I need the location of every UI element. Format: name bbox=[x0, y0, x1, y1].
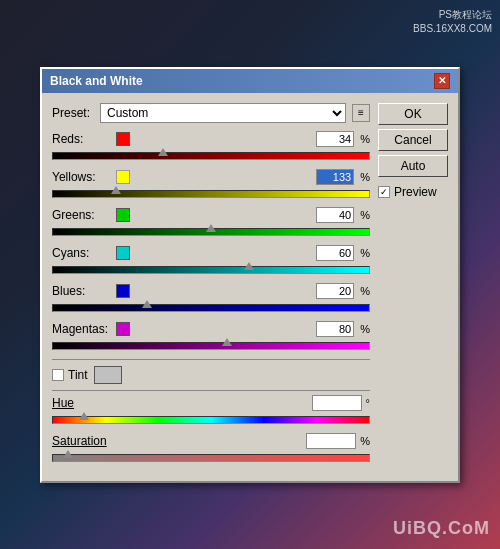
preview-label: Preview bbox=[394, 185, 437, 199]
close-button[interactable]: ✕ bbox=[434, 73, 450, 89]
controls-right: OK Cancel Auto ✓ Preview bbox=[378, 103, 448, 471]
magentas-label: Magentas: bbox=[52, 322, 112, 336]
saturation-slider-wrap[interactable] bbox=[52, 451, 370, 465]
magentas-slider-wrap[interactable] bbox=[52, 339, 370, 353]
cyans-thumb[interactable] bbox=[244, 262, 254, 270]
reds-slider-wrap[interactable] bbox=[52, 149, 370, 163]
greens-thumb[interactable] bbox=[206, 224, 216, 232]
hue-slider-wrap[interactable] bbox=[52, 413, 370, 427]
yellows-label: Yellows: bbox=[52, 170, 112, 184]
yellows-thumb[interactable] bbox=[111, 186, 121, 194]
yellows-input[interactable] bbox=[316, 169, 354, 185]
cyans-percent: % bbox=[360, 247, 370, 259]
blues-track bbox=[52, 304, 370, 312]
magentas-input[interactable] bbox=[316, 321, 354, 337]
slider-row-blues: Blues: % bbox=[52, 283, 370, 315]
hue-row: Hue ° bbox=[52, 395, 370, 427]
hue-track bbox=[52, 416, 370, 424]
auto-button[interactable]: Auto bbox=[378, 155, 448, 177]
magentas-thumb[interactable] bbox=[222, 338, 232, 346]
title-bar: Black and White ✕ bbox=[42, 69, 458, 93]
divider-2 bbox=[52, 390, 370, 391]
magentas-percent: % bbox=[360, 323, 370, 335]
magentas-color-dot bbox=[116, 322, 130, 336]
preset-select[interactable]: Custom bbox=[100, 103, 346, 123]
site-text: PS教程论坛 BBS.16XX8.COM bbox=[413, 8, 492, 36]
tint-label: Tint bbox=[68, 368, 88, 382]
blues-thumb[interactable] bbox=[142, 300, 152, 308]
slider-row-magentas: Magentas: % bbox=[52, 321, 370, 353]
hue-input[interactable] bbox=[312, 395, 362, 411]
greens-color-dot bbox=[116, 208, 130, 222]
dialog-window: Black and White ✕ Preset: Custom ≡ Reds: bbox=[40, 67, 460, 483]
tint-color-swatch[interactable] bbox=[94, 366, 122, 384]
saturation-track bbox=[52, 454, 370, 462]
hue-label: Hue bbox=[52, 396, 112, 410]
saturation-label: Saturation bbox=[52, 434, 112, 448]
reds-percent: % bbox=[360, 133, 370, 145]
blues-slider-wrap[interactable] bbox=[52, 301, 370, 315]
blues-percent: % bbox=[360, 285, 370, 297]
yellows-slider-wrap[interactable] bbox=[52, 187, 370, 201]
cancel-button[interactable]: Cancel bbox=[378, 129, 448, 151]
saturation-unit: % bbox=[360, 435, 370, 447]
cyans-track bbox=[52, 266, 370, 274]
dialog-title: Black and White bbox=[50, 74, 143, 88]
preset-label: Preset: bbox=[52, 106, 94, 120]
cyans-label: Cyans: bbox=[52, 246, 112, 260]
site-line1: PS教程论坛 bbox=[413, 8, 492, 22]
preview-checkbox[interactable]: ✓ bbox=[378, 186, 390, 198]
blues-color-dot bbox=[116, 284, 130, 298]
controls-left: Preset: Custom ≡ Reds: % bbox=[52, 103, 370, 471]
ok-button[interactable]: OK bbox=[378, 103, 448, 125]
divider-1 bbox=[52, 359, 370, 360]
preset-row: Preset: Custom ≡ bbox=[52, 103, 370, 123]
saturation-thumb[interactable] bbox=[63, 450, 73, 458]
preview-row[interactable]: ✓ Preview bbox=[378, 185, 448, 199]
saturation-row: Saturation % bbox=[52, 433, 370, 465]
preset-options-icon[interactable]: ≡ bbox=[352, 104, 370, 122]
magentas-track bbox=[52, 342, 370, 350]
reds-input[interactable] bbox=[316, 131, 354, 147]
reds-thumb[interactable] bbox=[158, 148, 168, 156]
tint-checkbox-wrap[interactable]: Tint bbox=[52, 368, 88, 382]
reds-track bbox=[52, 152, 370, 160]
greens-percent: % bbox=[360, 209, 370, 221]
cyans-input[interactable] bbox=[316, 245, 354, 261]
saturation-input[interactable] bbox=[306, 433, 356, 449]
reds-color-dot bbox=[116, 132, 130, 146]
greens-slider-wrap[interactable] bbox=[52, 225, 370, 239]
slider-row-yellows: Yellows: % bbox=[52, 169, 370, 201]
slider-row-cyans: Cyans: % bbox=[52, 245, 370, 277]
hue-thumb[interactable] bbox=[79, 412, 89, 420]
yellows-percent: % bbox=[360, 171, 370, 183]
blues-input[interactable] bbox=[316, 283, 354, 299]
yellows-track bbox=[52, 190, 370, 198]
yellows-color-dot bbox=[116, 170, 130, 184]
cyans-color-dot bbox=[116, 246, 130, 260]
tint-checkbox[interactable] bbox=[52, 369, 64, 381]
cyans-slider-wrap[interactable] bbox=[52, 263, 370, 277]
reds-label: Reds: bbox=[52, 132, 112, 146]
tint-row: Tint bbox=[52, 366, 370, 384]
greens-input[interactable] bbox=[316, 207, 354, 223]
dialog-body: Preset: Custom ≡ Reds: % bbox=[42, 93, 458, 481]
slider-row-greens: Greens: % bbox=[52, 207, 370, 239]
site-line2: BBS.16XX8.COM bbox=[413, 22, 492, 36]
blues-label: Blues: bbox=[52, 284, 112, 298]
slider-row-reds: Reds: % bbox=[52, 131, 370, 163]
watermark: UiBQ.CoM bbox=[393, 518, 490, 539]
hue-unit: ° bbox=[366, 397, 370, 409]
greens-label: Greens: bbox=[52, 208, 112, 222]
